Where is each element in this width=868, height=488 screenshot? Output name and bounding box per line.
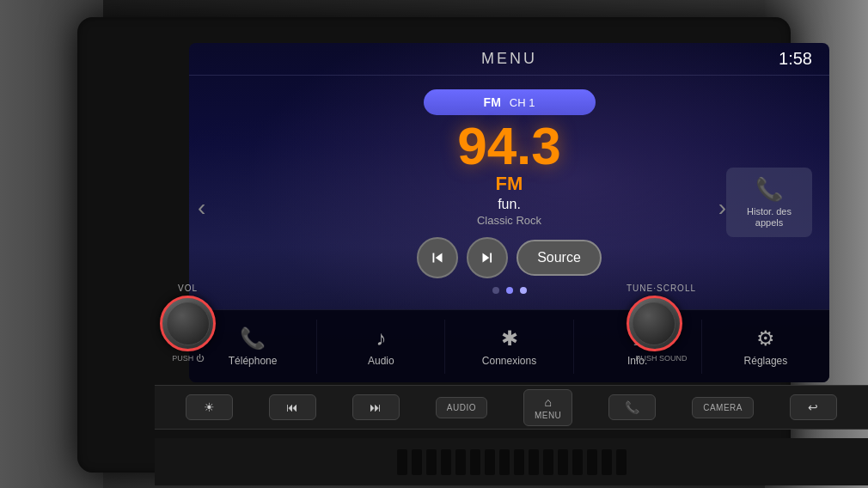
tune-knob-inner [633,302,675,345]
nav-arrow-left[interactable]: ‹ [198,193,205,221]
fm-channel-bar[interactable]: FM CH 1 [424,89,596,115]
channel-label: CH 1 [510,96,535,109]
vent-area: OFF PASS AIR BAG [155,438,868,485]
dot-2 [506,287,513,294]
nav-connexions[interactable]: ✱ Connexions [445,320,573,374]
back-icon: ↩ [808,400,818,414]
page-indicator [189,287,829,294]
vent-slot [499,449,510,475]
reglages-label: Réglages [744,355,788,367]
vol-label: VOL [160,284,216,293]
telephone-label: Téléphone [229,355,278,367]
playback-controls: Source [189,237,829,278]
nav-arrow-right[interactable]: › [718,193,726,221]
menu-button[interactable]: ⌂ MENU [523,389,572,426]
vent-slot [602,449,612,475]
vent-slot [397,449,407,475]
audio-icon: ♪ [376,326,386,351]
vent-slot [514,449,524,475]
push-label: PUSH ⏻ [160,354,216,363]
prev-track-button[interactable]: ⏮ [269,394,316,420]
dimmer-icon: ☀ [204,400,215,414]
physical-buttons-strip: ☀ ⏮ ⏭ AUDIO ⌂ MENU 📞 CAMERA ↩ [155,385,868,430]
settings-icon: ⚙ [756,326,775,351]
unit-bezel: MENU 1:58 FM CH 1 94.3 FM fun. Classic R… [77,17,791,473]
infotainment-screen: MENU 1:58 FM CH 1 94.3 FM fun. Classic R… [189,43,829,382]
next-icon: ⏭ [370,400,382,414]
bottom-navigation-bar: 📞 Téléphone ♪ Audio ✱ Connexions ℹ Info.… [189,309,829,382]
camera-button-label: CAMERA [703,403,743,412]
phone-hw-icon: 📞 [625,400,639,414]
screen-header: MENU 1:58 [189,43,829,76]
next-track-button[interactable]: ⏭ [352,394,400,420]
frequency-number: 94.3 [189,119,829,173]
nav-reglages[interactable]: ⚙ Réglages [702,320,829,374]
telephone-icon: 📞 [240,326,266,351]
rewind-button[interactable] [417,237,458,278]
vent-slot [485,449,495,475]
fm-label: FM [484,95,501,109]
volume-knob[interactable] [160,296,216,351]
phone-icon: 📞 [737,176,802,203]
camera-button[interactable]: CAMERA [692,397,754,418]
back-button[interactable]: ↩ [790,394,837,420]
audio-button-label: AUDIO [447,403,476,412]
audio-button[interactable]: AUDIO [436,397,487,418]
call-history-button[interactable]: 📞 Histor. desappels [726,168,812,237]
dimmer-button[interactable]: ☀ [186,394,233,420]
push-sound-label: PUSH SOUND [627,354,696,363]
menu-title: MENU [481,50,537,68]
vent-slot [543,449,553,475]
vent-slot [616,449,627,475]
dot-3 [520,287,527,294]
prev-icon: ⏮ [286,400,298,414]
knob-inner [167,302,210,345]
volume-knob-area: VOL PUSH ⏻ [160,284,216,363]
vent-slot [470,449,480,475]
source-button[interactable]: Source [517,240,602,276]
vent-slot [412,449,422,475]
vent-slot [529,449,539,475]
vent-slot [441,449,451,475]
connexions-label: Connexions [482,355,536,367]
tune-knob-area: TUNE·SCROLL PUSH SOUND [627,284,696,363]
dot-1 [492,287,499,294]
vent-slot [455,449,466,475]
home-icon: ⌂ [544,395,551,409]
tune-label: TUNE·SCROLL [627,284,696,293]
vent-slot [426,449,437,475]
phone-button[interactable]: 📞 [608,394,656,420]
menu-button-label: MENU [535,411,561,420]
bluetooth-icon: ✱ [501,326,518,351]
vent-slot [572,449,583,475]
history-text: Histor. desappels [737,206,802,229]
forward-button[interactable] [467,237,508,278]
vent-slot [587,449,597,475]
vent-slot [558,449,568,475]
audio-label: Audio [368,355,394,367]
tune-knob[interactable] [627,296,682,351]
nav-audio[interactable]: ♪ Audio [317,320,445,374]
clock-display: 1:58 [779,49,812,69]
